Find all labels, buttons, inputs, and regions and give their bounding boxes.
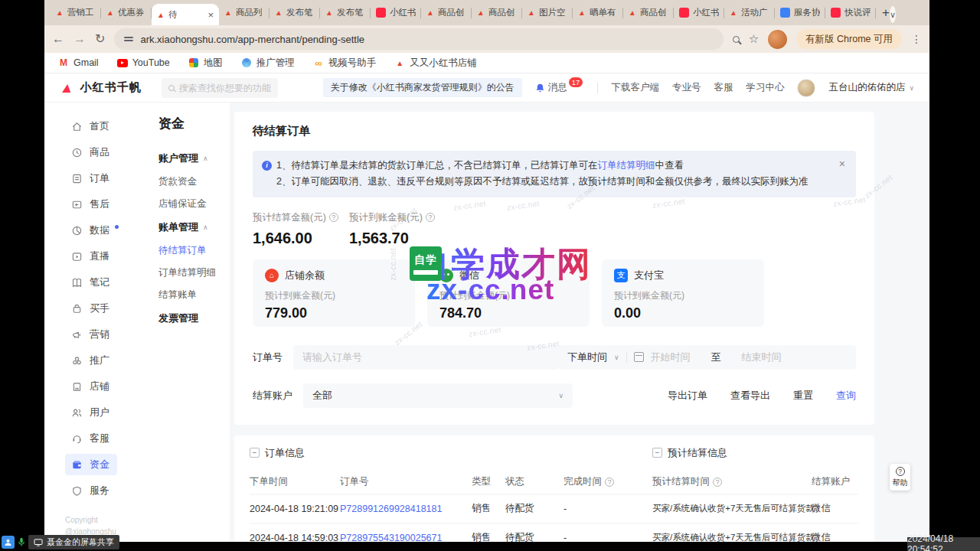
app-search-input[interactable] bbox=[179, 83, 271, 93]
submenu-item-settle-detail[interactable]: 订单结算明细 bbox=[158, 262, 230, 284]
search-icon[interactable] bbox=[733, 36, 740, 43]
submenu-title: 资金 bbox=[158, 115, 230, 132]
collapse-icon[interactable]: − bbox=[250, 448, 260, 458]
sidebar-item-services[interactable]: 服务 bbox=[65, 478, 145, 504]
stat-arrival-amount: 预计到账金额(元)? 1,563.70 bbox=[349, 211, 446, 247]
help-circle-icon[interactable]: ? bbox=[713, 478, 722, 487]
help-circle-icon[interactable]: ? bbox=[605, 478, 614, 487]
browser-tab[interactable]: ▲商品列 bbox=[219, 0, 270, 25]
tab-close-icon[interactable]: × bbox=[207, 10, 214, 20]
tab-search-chevron-icon[interactable]: ∨ bbox=[890, 6, 896, 23]
bookmark-video-helper[interactable]: ∞视频号助手 bbox=[313, 57, 377, 70]
sidebar-item-promotion[interactable]: 推广 bbox=[65, 347, 145, 373]
reset-button[interactable]: 重置 bbox=[793, 389, 813, 403]
settle-detail-link[interactable]: 订单结算明细 bbox=[597, 160, 655, 171]
time-type-select[interactable]: 下单时间 bbox=[567, 350, 607, 364]
browser-tab[interactable]: ▲商品创 bbox=[623, 0, 674, 25]
sidebar-item-products[interactable]: 商品 bbox=[65, 139, 145, 165]
sidebar-item-data[interactable]: 数据 bbox=[65, 217, 145, 243]
browser-tab[interactable]: ▲优惠券 bbox=[101, 0, 152, 25]
forward-button[interactable]: → bbox=[74, 33, 86, 45]
nav-pro-account[interactable]: 专业号 bbox=[672, 81, 701, 94]
browser-tab[interactable]: ▲商品创 bbox=[472, 0, 522, 25]
sidebar-item-notes[interactable]: 笔记 bbox=[65, 269, 145, 295]
collapse-icon[interactable]: − bbox=[652, 448, 662, 458]
back-button[interactable]: ← bbox=[52, 33, 64, 45]
browser-tab-active[interactable]: ▲待× bbox=[152, 4, 219, 25]
nav-customer-service[interactable]: 客服 bbox=[714, 81, 733, 94]
group-order-info: −订单信息 bbox=[250, 446, 652, 460]
export-orders-button[interactable]: 导出订单 bbox=[668, 389, 707, 403]
messages-item[interactable]: 消息 17 bbox=[535, 81, 585, 94]
summary-stats: 预计结算金额(元)? 1,646.00 预计到账金额(元)? 1,563.70 bbox=[253, 211, 856, 247]
sidebar-item-funds[interactable]: 资金 bbox=[65, 452, 145, 478]
bookmark-xhs-shop[interactable]: ▲又又小红书店铺 bbox=[394, 57, 477, 70]
help-circle-icon[interactable]: ? bbox=[426, 213, 435, 222]
browser-tab[interactable]: ▲图片空 bbox=[522, 0, 573, 25]
store-switcher[interactable]: 五台山的佑佑的店∨ bbox=[828, 81, 914, 94]
bookmark-promo[interactable]: 推广管理 bbox=[241, 57, 295, 70]
end-date-field[interactable]: 结束时间 bbox=[742, 350, 782, 364]
chrome-menu-icon[interactable]: ⋮ bbox=[911, 33, 922, 45]
sidebar-item-aftersale[interactable]: 售后 bbox=[65, 191, 145, 217]
sidebar-item-marketing[interactable]: 营销 bbox=[65, 321, 145, 347]
submenu-item-loan-funds[interactable]: 货款资金 bbox=[158, 171, 230, 193]
sidebar-item-buyer[interactable]: 买手 bbox=[65, 295, 145, 321]
chrome-profile-avatar[interactable] bbox=[768, 30, 787, 49]
bookmark-youtube[interactable]: YouTube bbox=[117, 57, 170, 68]
browser-tab[interactable]: 服务协 bbox=[775, 0, 825, 25]
address-bar[interactable]: ark.xiaohongshu.com/app-merchant/pending… bbox=[114, 28, 723, 50]
order-number-link[interactable]: P728991269928418181 bbox=[340, 504, 472, 514]
sidebar-item-service[interactable]: 客服 bbox=[65, 425, 145, 452]
help-circle-icon[interactable]: ? bbox=[329, 213, 338, 222]
browser-tab[interactable]: ▲晒单有 bbox=[573, 0, 623, 25]
order-number-input[interactable] bbox=[293, 345, 558, 370]
header-right: 关于修改《小红书商家发货管理规则》的公告 消息 17 下载客户端 专业号 客服 … bbox=[323, 78, 914, 97]
red-square-favicon bbox=[679, 8, 689, 18]
announcement-link[interactable]: 关于修改《小红书商家发货管理规则》的公告 bbox=[323, 78, 522, 97]
browser-tab[interactable]: 小红书 bbox=[674, 0, 724, 25]
sidebar-item-live[interactable]: 直播 bbox=[65, 243, 145, 269]
nav-download-client[interactable]: 下载客户端 bbox=[611, 81, 659, 94]
bookmark-star-icon[interactable]: ☆ bbox=[749, 32, 759, 46]
browser-tab[interactable]: ▲商品创 bbox=[421, 0, 472, 25]
screen-share-indicator[interactable]: 聂金金的屏幕共享 bbox=[2, 535, 119, 549]
browser-tab[interactable]: ▲发布笔 bbox=[320, 0, 371, 25]
submenu-group-bills[interactable]: 账单管理∧ bbox=[158, 215, 230, 240]
submenu-item-deposit[interactable]: 店铺保证金 bbox=[158, 193, 230, 215]
site-info-icon[interactable] bbox=[124, 35, 133, 43]
table-row: 2024-04-18 19:21:09 P728991269928418181 … bbox=[250, 494, 859, 523]
new-tab-button[interactable]: + bbox=[882, 5, 890, 21]
view-exports-button[interactable]: 查看导出 bbox=[730, 389, 770, 403]
nav-learning-center[interactable]: 学习中心 bbox=[746, 81, 784, 94]
chrome-update-button[interactable]: 有新版 Chrome 可用 bbox=[796, 29, 902, 49]
browser-tab[interactable]: ▲发布笔 bbox=[270, 0, 320, 25]
sidebar-item-home[interactable]: 首页 bbox=[65, 113, 145, 139]
browser-tab[interactable]: ▲活动广 bbox=[724, 0, 775, 25]
browser-tab[interactable]: 小红书 bbox=[371, 0, 421, 25]
submenu-item-settle-bill[interactable]: 结算账单 bbox=[158, 284, 230, 306]
settle-account-select[interactable]: 全部 ∨ bbox=[303, 383, 573, 408]
filter-row-1: 订单号 下单时间 ∨ 开始时间 至 结束时间 bbox=[253, 345, 856, 370]
help-button[interactable]: ? 帮助 bbox=[890, 464, 910, 491]
reload-button[interactable]: ↻ bbox=[95, 33, 105, 45]
bookmark-gmail[interactable]: MGmail bbox=[58, 57, 99, 68]
bookmark-maps[interactable]: 地图 bbox=[188, 57, 223, 70]
sidebar-item-shop[interactable]: 店铺 bbox=[65, 373, 145, 399]
app-search-box[interactable] bbox=[162, 78, 278, 98]
submenu-item-pending-settle[interactable]: 待结算订单 bbox=[158, 240, 230, 262]
browser-tab[interactable]: ▲营销工 bbox=[51, 0, 101, 25]
query-button[interactable]: 查询 bbox=[836, 389, 856, 403]
close-icon[interactable]: × bbox=[839, 158, 845, 169]
browser-tab[interactable]: 快说评 bbox=[825, 0, 876, 25]
submenu-group-account[interactable]: 账户管理∧ bbox=[158, 146, 230, 171]
service-icon bbox=[71, 433, 83, 445]
sidebar-item-orders[interactable]: 订单 bbox=[65, 165, 145, 191]
toolbar-right: ☆ 有新版 Chrome 可用 ⋮ bbox=[733, 29, 922, 49]
sidebar-item-users[interactable]: 用户 bbox=[65, 399, 145, 425]
submenu-group-invoice[interactable]: 发票管理 bbox=[158, 306, 230, 331]
start-date-field[interactable]: 开始时间 bbox=[651, 350, 691, 364]
date-range-filter[interactable]: 下单时间 ∨ 开始时间 至 结束时间 bbox=[558, 345, 856, 370]
order-number-link[interactable]: P728975543190025671 bbox=[340, 533, 472, 543]
store-avatar[interactable] bbox=[797, 79, 815, 97]
